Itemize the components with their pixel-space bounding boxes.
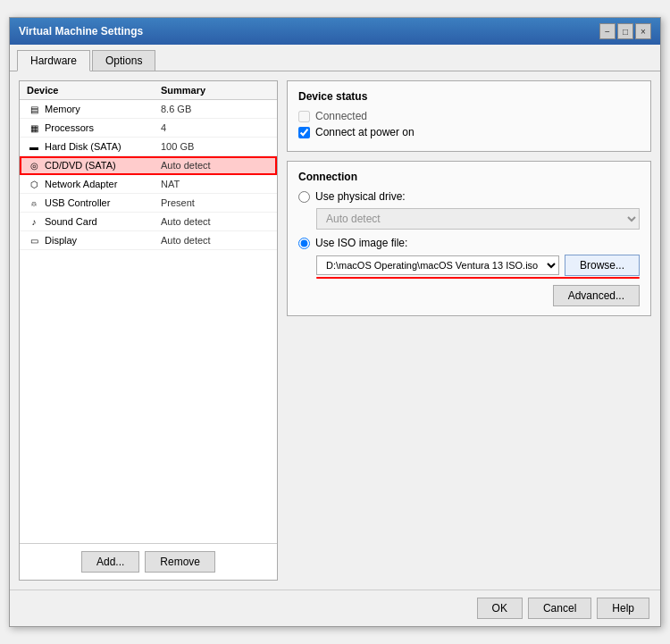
add-button[interactable]: Add...: [81, 551, 139, 573]
connect-at-power-on-checkbox[interactable]: [298, 127, 310, 138]
tab-bar: Hardware Options: [10, 45, 660, 71]
remove-button[interactable]: Remove: [145, 551, 215, 573]
device-row-display[interactable]: ▭ Display Auto detect: [20, 231, 277, 250]
main-window: Virtual Machine Settings − □ × Hardware …: [9, 17, 661, 627]
ok-button[interactable]: OK: [477, 598, 523, 619]
device-row-processors[interactable]: ▦ Processors 4: [20, 119, 277, 138]
close-button[interactable]: ×: [635, 23, 651, 39]
advanced-row: Advanced...: [298, 285, 640, 306]
device-name-display: Display: [45, 235, 161, 246]
display-icon: ▭: [27, 234, 41, 247]
bottom-bar: OK Cancel Help: [10, 590, 660, 626]
iso-file-select-row: D:\macOS Operating\macOS Ventura 13 ISO.…: [316, 255, 640, 276]
sound-icon: ♪: [27, 215, 41, 228]
device-list-header: Device Summary: [20, 81, 277, 100]
advanced-button[interactable]: Advanced...: [553, 285, 640, 306]
physical-drive-label: Use physical drive:: [315, 190, 406, 203]
device-summary-processors: 4: [161, 122, 270, 133]
device-name-memory: Memory: [45, 104, 161, 114]
device-row-harddisk[interactable]: ▬ Hard Disk (SATA) 100 GB: [20, 138, 277, 156]
device-row-usb[interactable]: ⍝ USB Controller Present: [20, 194, 277, 213]
device-summary-usb: Present: [161, 197, 270, 208]
power-on-label: Connect at power on: [315, 126, 415, 138]
iso-file-radio[interactable]: [298, 238, 310, 249]
title-bar: Virtual Machine Settings − □ ×: [10, 18, 660, 45]
connected-label: Connected: [315, 110, 367, 122]
device-row-memory[interactable]: ▤ Memory 8.6 GB: [20, 100, 277, 119]
tab-hardware[interactable]: Hardware: [17, 50, 90, 71]
device-summary-cddvd: Auto detect: [161, 160, 270, 171]
device-summary-harddisk: 100 GB: [161, 141, 270, 152]
device-name-sound: Sound Card: [45, 216, 161, 227]
connection-title: Connection: [298, 171, 640, 183]
device-summary-display: Auto detect: [161, 235, 270, 246]
device-summary-network: NAT: [161, 179, 270, 189]
device-summary-sound: Auto detect: [161, 216, 270, 227]
device-name-usb: USB Controller: [45, 197, 161, 208]
physical-drive-row: Use physical drive:: [298, 190, 640, 203]
physical-drive-select[interactable]: Auto detect: [316, 208, 640, 230]
device-row-network[interactable]: ⬡ Network Adapter NAT: [20, 175, 277, 194]
help-button[interactable]: Help: [597, 598, 649, 619]
physical-drive-radio[interactable]: [298, 191, 310, 203]
power-on-row: Connect at power on: [298, 126, 640, 138]
device-list: ▤ Memory 8.6 GB ▦ Processors 4 ▬ Hard Di…: [20, 100, 277, 543]
red-underline-indicator: [316, 277, 640, 279]
device-row-cddvd[interactable]: ◎ CD/DVD (SATA) Auto detect: [20, 156, 277, 175]
tab-options[interactable]: Options: [92, 50, 155, 71]
iso-file-label: Use ISO image file:: [315, 237, 407, 249]
browse-button[interactable]: Browse...: [565, 255, 640, 276]
device-summary-memory: 8.6 GB: [161, 104, 270, 114]
cddvd-icon: ◎: [27, 159, 41, 171]
title-bar-controls: − □ ×: [599, 23, 651, 39]
usb-icon: ⍝: [27, 197, 41, 209]
left-footer: Add... Remove: [20, 543, 277, 580]
device-name-harddisk: Hard Disk (SATA): [45, 141, 161, 152]
right-panel: Device status Connected Connect at power…: [287, 80, 651, 581]
connected-checkbox[interactable]: [298, 111, 310, 122]
iso-file-row: Use ISO image file:: [298, 237, 640, 249]
device-status-section: Device status Connected Connect at power…: [287, 80, 651, 152]
device-row-sound[interactable]: ♪ Sound Card Auto detect: [20, 213, 277, 231]
connection-section: Connection Use physical drive: Auto dete…: [287, 161, 651, 316]
processors-icon: ▦: [27, 121, 41, 134]
network-icon: ⬡: [27, 178, 41, 190]
harddisk-icon: ▬: [27, 140, 41, 153]
physical-drive-select-row: Auto detect: [316, 208, 640, 230]
cancel-button[interactable]: Cancel: [528, 598, 591, 619]
memory-icon: ▤: [27, 103, 41, 115]
main-content: Device Summary ▤ Memory 8.6 GB ▦ Process…: [10, 71, 660, 590]
maximize-button[interactable]: □: [617, 23, 633, 39]
iso-file-select[interactable]: D:\macOS Operating\macOS Ventura 13 ISO.…: [316, 255, 559, 275]
device-list-panel: Device Summary ▤ Memory 8.6 GB ▦ Process…: [19, 80, 278, 581]
col-device: Device: [27, 85, 161, 96]
minimize-button[interactable]: −: [599, 23, 616, 39]
device-name-cddvd: CD/DVD (SATA): [45, 160, 161, 171]
device-status-title: Device status: [298, 90, 640, 103]
col-summary: Summary: [161, 85, 270, 96]
window-title: Virtual Machine Settings: [19, 25, 143, 38]
device-name-processors: Processors: [45, 122, 161, 133]
connected-row: Connected: [298, 110, 640, 122]
device-name-network: Network Adapter: [45, 179, 161, 189]
